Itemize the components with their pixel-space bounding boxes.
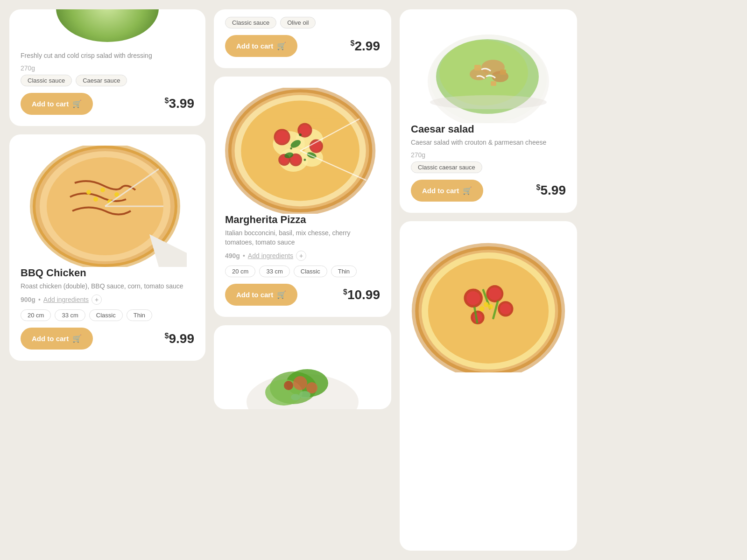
svg-point-59 [488,287,501,300]
margherita-card: Margherita Pizza Italian bocconcini, bas… [214,77,391,317]
sauce-tag-classic2: Classic sauce [225,17,276,28]
cart-icon-caesar: 🛒 [463,186,472,195]
salad-bottom2-card [214,325,391,409]
bbq-chicken-card: BBQ Chicken Roast chicken (double), BBQ … [9,134,205,361]
add-ingredients-circle-btn-margherita[interactable]: + [296,251,306,261]
price-margherita: $10.99 [343,287,380,302]
bbq-weight: 900g [21,296,35,303]
svg-point-41 [291,394,300,400]
sauce-tag-olive: Olive oil [280,17,316,28]
svg-point-17 [275,131,288,143]
margherita-image [225,88,380,214]
add-to-cart-label: Add to cart [32,100,69,108]
crust-tag-thin-bbq[interactable]: Thin [127,309,152,321]
salad-bottom-image [233,336,373,409]
add-to-cart-label-salad2: Add to cart [236,42,273,50]
dot-separator: • [38,296,41,303]
crust-tag-classic-m[interactable]: Classic [294,266,327,277]
svg-rect-51 [500,70,506,75]
svg-rect-49 [474,65,481,70]
svg-point-32 [303,159,306,161]
svg-point-37 [293,376,307,390]
svg-point-68 [488,304,493,309]
size-tag-33cm-bbq[interactable]: 33 cm [55,309,85,321]
price-salad-top: $3.99 [165,96,194,111]
svg-point-4 [93,197,98,202]
cart-icon-margherita: 🛒 [277,290,286,299]
caesar-salad-title: Caesar salad [411,123,566,135]
svg-point-40 [299,391,310,399]
caesar-salad-image [418,21,558,123]
salad-top-weight: 270g [21,64,194,72]
svg-point-5 [100,188,105,192]
add-ingredients-link-margherita[interactable]: Add ingredients [248,252,293,259]
cart-icon-salad2: 🛒 [277,42,286,50]
add-ingredients-link-bbq[interactable]: Add ingredients [43,296,89,303]
add-to-cart-button-salad-top[interactable]: Add to cart 🛒 [21,93,93,115]
svg-point-3 [86,190,91,195]
add-to-cart-button-margherita[interactable]: Add to cart 🛒 [225,284,297,306]
salad-top2-card: Classic sauce Olive oil Add to cart 🛒 $2… [214,9,391,68]
bbq-chicken-title: BBQ Chicken [21,267,194,279]
add-to-cart-label-caesar: Add to cart [422,187,459,195]
svg-point-30 [299,133,302,136]
caesar-salad-card: Caesar salad Caesar salad with crouton &… [400,9,577,213]
margherita-title: Margherita Pizza [225,214,380,226]
add-to-cart-button-caesar[interactable]: Add to cart 🛒 [411,180,483,202]
bbq-chicken-desc: Roast chicken (double), BBQ sauce, corn,… [21,282,194,291]
size-tag-33cm-m[interactable]: 33 cm [259,266,289,277]
price-bbq: $9.99 [165,331,194,346]
svg-point-69 [479,306,485,311]
add-ingredients-circle-btn-bbq[interactable]: + [92,294,102,305]
size-tag-20cm-bbq[interactable]: 20 cm [21,309,51,321]
svg-rect-50 [491,81,496,86]
svg-point-57 [466,291,480,305]
dot-separator2: • [243,252,245,259]
bbq-chicken-image [28,146,187,267]
svg-point-31 [290,147,292,150]
add-to-cart-button-bbq[interactable]: Add to cart 🛒 [21,328,93,350]
cart-icon: 🛒 [72,99,82,108]
svg-point-61 [500,303,511,314]
price-salad2: $2.99 [351,39,380,54]
sauce-tag-classic: Classic sauce [21,75,72,86]
price-caesar: $5.99 [536,183,566,198]
caesar-salad-desc: Caesar salad with crouton & parmesan che… [411,138,566,147]
veggie-pizza-card [400,221,577,551]
cart-icon-bbq: 🛒 [72,334,82,343]
margherita-desc: Italian bocconcini, basil, mix chesse, c… [225,229,380,247]
veggie-pizza-image [411,232,566,372]
svg-point-23 [291,155,301,165]
add-to-cart-label-margherita: Add to cart [236,291,273,299]
sauce-tag-caesar2: Classic caesar sauce [411,161,482,173]
add-to-cart-button-salad2[interactable]: Add to cart 🛒 [225,35,297,57]
margherita-weight: 490g [225,252,240,259]
svg-point-55 [428,259,549,364]
size-tag-20cm-m[interactable]: 20 cm [225,266,255,277]
crust-tag-thin-m[interactable]: Thin [331,266,357,277]
caesar-salad-weight: 270g [411,151,566,159]
salad-top-desc: Freshly cut and cold crisp salad with dr… [21,51,194,61]
svg-point-39 [284,381,293,390]
sauce-tag-caesar: Caesar sauce [76,75,127,86]
crust-tag-classic-bbq[interactable]: Classic [89,309,123,321]
svg-point-52 [430,95,547,109]
add-to-cart-label-bbq: Add to cart [32,335,69,343]
